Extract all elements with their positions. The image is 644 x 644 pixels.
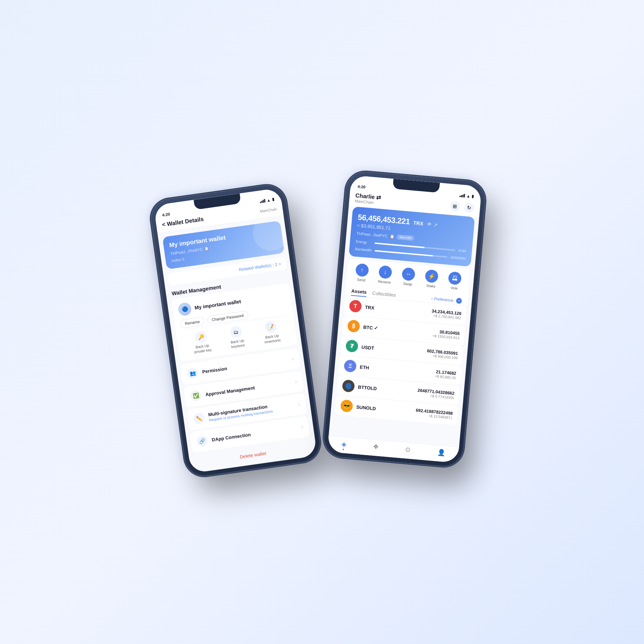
trx-icon: T bbox=[349, 299, 362, 313]
send-label: Send bbox=[357, 278, 365, 282]
preference-button[interactable]: ↕ Preference + bbox=[431, 296, 462, 304]
backup-mnemonic[interactable]: 📝 Back Upmnemonic bbox=[262, 320, 281, 345]
copy-icon-right[interactable]: 📋 bbox=[390, 234, 395, 239]
status-icons-left: ▲ ▮ bbox=[260, 197, 274, 203]
left-phone: 4:20 ▲ ▮ < Wallet Details MainChain My bbox=[149, 183, 322, 478]
copy-icon[interactable]: 📋 bbox=[204, 246, 210, 251]
receive-label: Receive bbox=[378, 279, 391, 284]
backup-private-key[interactable]: 🔑 Back Upprivate key bbox=[192, 330, 212, 354]
time-right: 4:20 bbox=[357, 184, 366, 189]
wallet-address-right: THPwer...5wtFYC bbox=[356, 231, 388, 238]
multisig-text: Multi-signature transaction Request or p… bbox=[208, 400, 294, 422]
scan-icon[interactable]: ⊞ bbox=[450, 201, 460, 211]
backup-keystore[interactable]: 🗂 Back Upkeystore bbox=[229, 325, 245, 349]
swap-icon: ↔ bbox=[401, 267, 415, 281]
tab-assets[interactable]: Assets bbox=[351, 287, 367, 297]
tab-collectibles[interactable]: Collectibles bbox=[372, 289, 396, 299]
nav-active-dot bbox=[343, 449, 344, 450]
energy-progress-fill bbox=[375, 242, 425, 248]
bandwidth-value: 4000/5000 bbox=[450, 255, 465, 260]
approval-icon: ✅ bbox=[190, 390, 202, 402]
balance-currency: TRX bbox=[413, 220, 424, 226]
send-action[interactable]: ↑ Send bbox=[355, 263, 369, 282]
bottom-navigation: ◈ ❖ ⊙ 👤 bbox=[327, 436, 459, 463]
right-phone: 4:20 ▲ ▮ Charlie ⇄ MainChain bbox=[323, 170, 487, 468]
header-icons: ⊞ ↻ bbox=[450, 201, 475, 213]
backup-mn-label: Back Upmnemonic bbox=[264, 333, 281, 345]
swap-action[interactable]: ↔ Swap bbox=[401, 267, 415, 287]
permission-title: Permission bbox=[202, 357, 288, 374]
phones-container: 4:20 ▲ ▮ < Wallet Details MainChain My bbox=[177, 179, 467, 465]
approval-title: Approval Management bbox=[205, 380, 291, 397]
chevron-right-icon: › bbox=[291, 356, 294, 362]
bttold-icon: 🌀 bbox=[342, 379, 355, 392]
vote-label: Vote bbox=[450, 286, 458, 291]
receive-action[interactable]: ↓ Receive bbox=[378, 265, 392, 284]
left-phone-screen: 4:20 ▲ ▮ < Wallet Details MainChain My bbox=[153, 188, 317, 473]
stake-action[interactable]: ⚡ Stake bbox=[424, 269, 439, 288]
btc-symbol: BTC ✓ bbox=[363, 324, 433, 336]
signal-icon-r bbox=[459, 193, 465, 197]
dapp-icon: 🔗 bbox=[196, 435, 208, 447]
bttold-symbol: BTTOLD bbox=[358, 384, 418, 395]
send-icon: ↑ bbox=[355, 263, 369, 277]
vote-action[interactable]: 🗳 Vote bbox=[448, 271, 462, 291]
chevron-right-icon3: › bbox=[298, 401, 301, 408]
wifi-icon-r: ▲ bbox=[466, 194, 470, 198]
key-icon: 🔑 bbox=[195, 330, 208, 343]
dapp-text: DApp Connection bbox=[211, 425, 297, 442]
eth-icon: Ξ bbox=[343, 360, 357, 373]
nav-history[interactable]: ⊙ bbox=[405, 445, 411, 456]
battery-icon: ▮ bbox=[272, 197, 274, 202]
stake-icon: ⚡ bbox=[425, 269, 439, 283]
wifi-icon: ▲ bbox=[267, 197, 271, 202]
mnemonic-icon: 📝 bbox=[264, 321, 277, 333]
eye-icon[interactable]: 👁 bbox=[426, 221, 432, 227]
trx-symbol: TRX bbox=[365, 304, 432, 316]
nav-wallet[interactable]: ❖ bbox=[372, 443, 379, 453]
nav-profile[interactable]: 👤 bbox=[437, 448, 445, 459]
non-hd-badge: Non-HD bbox=[397, 234, 415, 241]
receive-icon: ↓ bbox=[378, 265, 392, 279]
vote-icon: 🗳 bbox=[448, 271, 462, 285]
backup-ks-label: Back Upkeystore bbox=[230, 338, 245, 349]
bttold-values: 2648771.04328662 ≈$ 6.77419355 bbox=[417, 387, 455, 400]
bandwidth-progress-fill bbox=[375, 250, 433, 256]
eth-symbol: ETH bbox=[360, 364, 435, 376]
backup-pk-label: Back Upprivate key bbox=[194, 343, 212, 354]
nav-profile-icon: 👤 bbox=[437, 448, 445, 457]
external-link-icon[interactable]: ↗ bbox=[433, 222, 438, 228]
trx-values: 34,234,453.126 ≈$ 2,760,842.982 bbox=[431, 308, 462, 320]
bandwidth-progress-bar bbox=[375, 250, 448, 258]
nav-assets[interactable]: ◈ bbox=[341, 440, 347, 450]
btc-icon: ₿ bbox=[347, 319, 360, 333]
sunold-icon: 😎 bbox=[340, 399, 353, 413]
wallet-avatar: 🔵 bbox=[177, 302, 192, 317]
btc-values: 30.810455 ≈$ 1555,934.813 bbox=[433, 328, 460, 340]
keystore-icon: 🗂 bbox=[230, 326, 243, 338]
sunold-symbol: SUNOLD bbox=[356, 404, 416, 414]
stake-label: Stake bbox=[426, 284, 435, 288]
usdt-symbol: USDT bbox=[361, 344, 427, 355]
approval-text: Approval Management bbox=[205, 380, 291, 397]
eth-values: 21.174682 ≈$ 85,885.35 bbox=[435, 369, 456, 380]
energy-label: Energy bbox=[356, 239, 372, 245]
add-icon[interactable]: + bbox=[456, 298, 462, 304]
chevron-right-icon2: › bbox=[294, 379, 297, 385]
right-phone-screen: 4:20 ▲ ▮ Charlie ⇄ MainChain bbox=[327, 175, 482, 463]
chain-badge-left: MainChain bbox=[260, 207, 277, 213]
battery-icon-r: ▮ bbox=[472, 194, 474, 199]
bandwidth-label: Bandwidth bbox=[355, 247, 372, 252]
balance-card: 56,456,453.221 TRX 👁 ↗ ≈ $3,951,951.71 T… bbox=[349, 206, 475, 267]
permission-icon: 👥 bbox=[187, 367, 199, 379]
refresh-icon[interactable]: ↻ bbox=[464, 202, 475, 213]
sunold-values: 692.418878222498 ≈$ 13.5483871 bbox=[415, 408, 453, 420]
dapp-title: DApp Connection bbox=[211, 425, 297, 442]
signal-icon bbox=[260, 199, 265, 203]
chevron-right-icon4: › bbox=[301, 424, 304, 430]
usdt-icon: ₮ bbox=[345, 340, 358, 353]
energy-value: 37/60 bbox=[458, 249, 466, 253]
usdt-values: 602,786.035091 ≈$ 606,000.199 bbox=[426, 348, 458, 360]
user-info: Charlie ⇄ MainChain bbox=[355, 192, 381, 205]
multisig-icon: ✏️ bbox=[193, 413, 205, 425]
